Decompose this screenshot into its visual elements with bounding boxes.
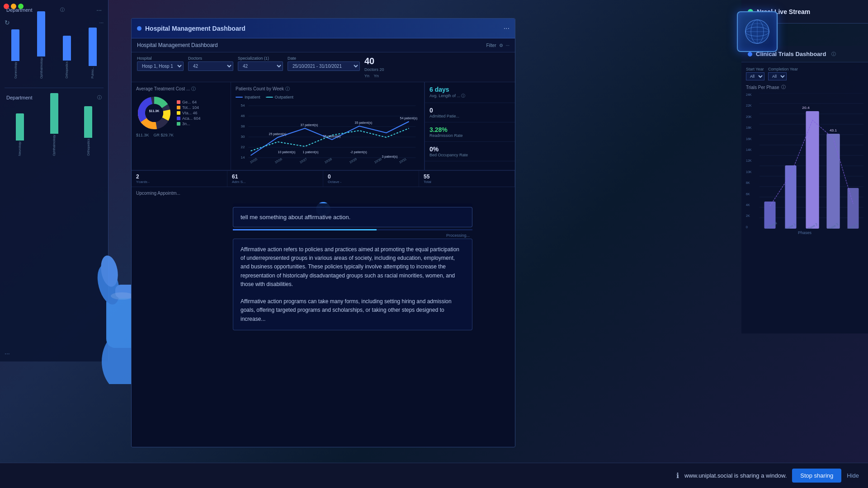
legend-text-3: Vta... 46 <box>182 111 198 115</box>
globe-3d-object <box>737 11 782 56</box>
svg-text:10/26: 10/26 <box>274 157 283 164</box>
legend-dot-2 <box>177 106 180 109</box>
y-2k: 2K <box>746 214 758 217</box>
legend-dot-4 <box>177 117 180 120</box>
bstat-val-3: 0 <box>328 174 414 180</box>
notification-text: www.uniplat.social is sharing a window. <box>684 472 787 479</box>
hide-button[interactable]: Hide <box>847 472 859 479</box>
bottom-stat-1: 2 Ycards - <box>132 171 227 187</box>
donut-legend: Ge... 64 Tot... 104 Vta... 46 Aca.. <box>177 100 201 126</box>
inpatient-line <box>236 97 243 98</box>
trials-title-text: Trials Per Phase <box>746 85 779 90</box>
settings-icon-small[interactable]: ⚙ <box>499 43 503 48</box>
legend-text-5: 3n... <box>182 122 190 126</box>
svg-text:20.4: 20.4 <box>802 106 810 110</box>
bed-val: 0% <box>429 145 510 153</box>
legend-dot-3 <box>177 111 180 115</box>
bar-label-3: Orthopedics <box>65 61 68 79</box>
bar-fill-4 <box>89 28 97 66</box>
bottom-stats-row: 2 Ycards - 61 Adm S... 0 Octave - 55 Tot… <box>132 170 515 187</box>
toolbar-row: ↻ ··· <box>5 19 104 26</box>
svg-point-13 <box>145 104 163 122</box>
bars-area: 20.4 43.1 Pre-Clinical Phase 1 Phase 2 P… <box>760 93 863 229</box>
legend-dot-1 <box>177 100 180 104</box>
dashboard-subheader: Hospital Management Dashboard Filter ⚙ ·… <box>132 38 515 52</box>
svg-text:10/28: 10/28 <box>324 157 333 164</box>
svg-text:10/30: 10/30 <box>374 157 382 164</box>
bar-item-2: Ophthalmology <box>30 11 52 79</box>
legend-2: Tot... 104 <box>177 105 201 110</box>
y-4k: 4K <box>746 203 758 206</box>
hospital-select[interactable]: Hosp 1, Hosp 1 <box>137 61 184 71</box>
completion-year-select[interactable]: All <box>768 72 787 80</box>
panel-titlebar: Hospital Management Dashboard ··· <box>132 19 515 38</box>
reload-icon[interactable]: ↻ <box>5 19 10 26</box>
total-doctors-box: 40 Doctors 20 Yn Yn <box>364 56 384 78</box>
more-dots-small[interactable]: ··· <box>99 20 104 25</box>
filter-label-text: Filter <box>486 43 496 48</box>
chat-response-text-2: Affirmative action programs can take man… <box>241 297 465 324</box>
legend-text-2: Tot... 104 <box>182 105 199 110</box>
svg-text:10/31: 10/31 <box>399 157 407 164</box>
y-16k: 16K <box>746 137 758 141</box>
patients-info-icon: ⓘ <box>285 86 290 91</box>
panel-menu-icon[interactable]: ··· <box>504 24 509 33</box>
legend-4: Aca... 604 <box>177 116 201 121</box>
teal-bar-3: Orthopedics <box>73 106 104 156</box>
trials-chart-container: 24K 22K 20K 18K 16K 14K 12K 10K 8K 6K 4K… <box>746 93 863 229</box>
subheader-actions: Filter ⚙ ··· <box>486 43 509 48</box>
legend-text-4: Aca... 604 <box>182 116 201 121</box>
svg-text:$11.3K: $11.3K <box>149 109 160 113</box>
subheader-dots[interactable]: ··· <box>506 43 509 48</box>
date-select[interactable]: 25/10/2021 - 31/10/2021 <box>288 61 360 71</box>
svg-point-48 <box>111 292 133 300</box>
y-12k: 12K <box>746 159 758 162</box>
info-icon-bottom: ⓘ <box>97 94 102 101</box>
doctors-select[interactable]: 42 <box>188 61 233 71</box>
avg-length-val: 6 days <box>429 86 510 93</box>
minimize-dot[interactable] <box>11 4 16 9</box>
clinical-body: Start Year All Completion Year All Trial… <box>741 62 868 333</box>
svg-text:46: 46 <box>241 114 245 118</box>
bottom-dots[interactable]: ··· <box>5 350 10 357</box>
donut-svg: $11.3K <box>136 95 172 131</box>
avg-length-lbl: Avg. Length of ... ⓘ <box>429 93 510 99</box>
chat-progress-fill <box>233 229 377 230</box>
svg-text:35 patient(s): 35 patient(s) <box>355 121 373 125</box>
readmission-lbl: Readmission Rate <box>429 133 510 138</box>
bed-occupancy-stat: 0% Bed Occupancy Rate <box>425 142 515 161</box>
svg-text:14: 14 <box>241 155 245 160</box>
bar-label-4: Pulmo... <box>91 67 94 79</box>
start-year-filter: Start Year All <box>746 67 764 80</box>
trials-info-icon: ⓘ <box>781 84 786 90</box>
inpatient-legend: Inpatient <box>236 95 260 99</box>
teal-label-2: Ophthalmology <box>52 135 56 156</box>
legend-5: 3n... <box>177 122 201 126</box>
start-year-select[interactable]: All <box>746 72 764 80</box>
bar-label-2: Ophthalmology <box>40 57 43 79</box>
hospital-filter: Hospital Hosp 1, Hosp 1 <box>137 56 184 78</box>
right-panel: Nreal Live Stream Clinical Trials Dashbo… <box>741 0 868 488</box>
title-dot <box>137 26 142 31</box>
bstat-val-2: 61 <box>232 174 318 180</box>
admitted-val: 0 <box>429 107 510 114</box>
spec-select[interactable]: 42 <box>238 61 283 71</box>
donut-chart-box: Average Treatment Cost ... ⓘ <box>132 82 231 170</box>
right-stats-panel: 6 days Avg. Length of ... ⓘ 0 Admitted P… <box>425 82 515 170</box>
stop-sharing-button[interactable]: Stop sharing <box>792 469 841 483</box>
patients-week-title: Patients Count by Week ⓘ <box>236 86 420 92</box>
chat-top-bar <box>233 203 472 207</box>
close-dot[interactable] <box>4 4 9 9</box>
charts-row: Average Treatment Cost ... ⓘ <box>132 82 515 170</box>
bar-label-1: Gynecology <box>14 62 17 79</box>
admitted-lbl: Admitted Patie... <box>429 114 510 118</box>
svg-text:10/25: 10/25 <box>250 157 258 164</box>
bottom-stat-4: 55 Total <box>419 171 515 187</box>
more-icon-top[interactable]: ··· <box>96 6 102 14</box>
line-chart-legend: Inpatient Outpatient <box>236 95 420 99</box>
doctors-filter: Doctors 42 <box>188 56 233 78</box>
maximize-dot[interactable] <box>18 4 24 9</box>
divider-1 <box>5 88 104 88</box>
svg-rect-76 <box>806 111 819 229</box>
svg-rect-78 <box>826 134 840 229</box>
